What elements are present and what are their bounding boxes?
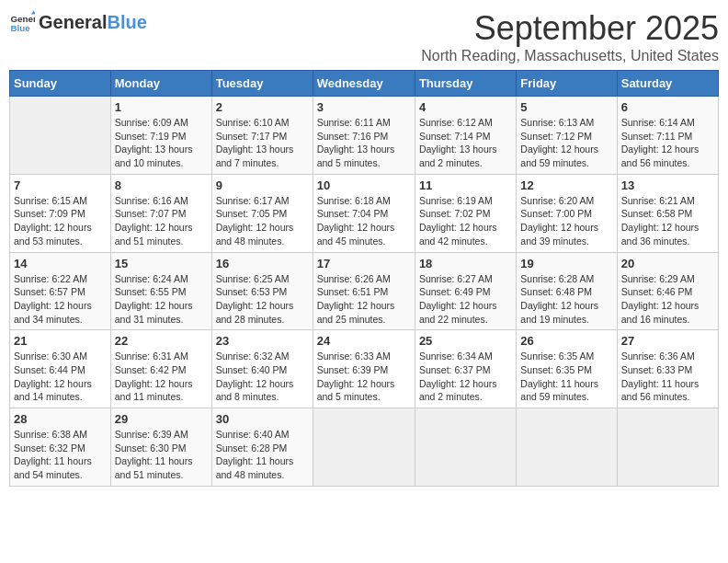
day-number: 16 [216,257,309,270]
day-info: Sunrise: 6:12 AM Sunset: 7:14 PM Dayligh… [419,116,512,170]
day-info: Sunrise: 6:32 AM Sunset: 6:40 PM Dayligh… [216,350,309,404]
day-number: 18 [419,257,512,270]
calendar-cell: 16Sunrise: 6:25 AM Sunset: 6:53 PM Dayli… [211,252,313,330]
calendar-cell: 27Sunrise: 6:36 AM Sunset: 6:33 PM Dayli… [617,330,718,408]
calendar-cell: 21Sunrise: 6:30 AM Sunset: 6:44 PM Dayli… [10,330,111,408]
calendar-cell: 25Sunrise: 6:34 AM Sunset: 6:37 PM Dayli… [415,330,516,408]
calendar-cell: 2Sunrise: 6:10 AM Sunset: 7:17 PM Daylig… [211,97,313,175]
calendar-cell [415,408,516,487]
title-block: September 2025 North Reading, Massachuse… [421,9,719,64]
day-number: 13 [621,178,714,192]
calendar-cell: 22Sunrise: 6:31 AM Sunset: 6:42 PM Dayli… [110,330,211,408]
day-number: 19 [520,257,612,270]
calendar-week-row: 21Sunrise: 6:30 AM Sunset: 6:44 PM Dayli… [10,330,719,408]
day-info: Sunrise: 6:21 AM Sunset: 6:58 PM Dayligh… [621,194,714,248]
day-info: Sunrise: 6:30 AM Sunset: 6:44 PM Dayligh… [14,350,107,404]
svg-marker-2 [31,10,35,14]
day-info: Sunrise: 6:33 AM Sunset: 6:39 PM Dayligh… [317,350,411,404]
weekday-header: Tuesday [211,71,313,97]
day-info: Sunrise: 6:14 AM Sunset: 7:11 PM Dayligh… [621,116,714,170]
calendar-cell: 4Sunrise: 6:12 AM Sunset: 7:14 PM Daylig… [415,97,516,175]
month-title: September 2025 [421,9,719,48]
logo-icon: General Blue [9,9,35,35]
day-info: Sunrise: 6:31 AM Sunset: 6:42 PM Dayligh… [115,350,208,404]
calendar-cell: 24Sunrise: 6:33 AM Sunset: 6:39 PM Dayli… [313,330,415,408]
day-info: Sunrise: 6:25 AM Sunset: 6:53 PM Dayligh… [216,272,309,327]
day-info: Sunrise: 6:17 AM Sunset: 7:05 PM Dayligh… [216,194,309,248]
day-number: 9 [216,178,309,192]
weekday-header: Thursday [415,71,516,97]
calendar-cell: 12Sunrise: 6:20 AM Sunset: 7:00 PM Dayli… [517,174,617,252]
day-number: 22 [115,334,208,348]
day-info: Sunrise: 6:19 AM Sunset: 7:02 PM Dayligh… [419,194,512,248]
calendar-week-row: 14Sunrise: 6:22 AM Sunset: 6:57 PM Dayli… [10,252,719,330]
day-number: 8 [115,178,208,192]
calendar-week-row: 7Sunrise: 6:15 AM Sunset: 7:09 PM Daylig… [10,174,719,252]
day-number: 25 [419,334,512,348]
day-number: 4 [419,100,512,114]
calendar-cell: 15Sunrise: 6:24 AM Sunset: 6:55 PM Dayli… [110,252,211,330]
logo-general: General [39,12,107,33]
weekday-header: Sunday [10,71,111,97]
day-number: 26 [520,334,612,348]
weekday-header: Wednesday [313,71,415,97]
calendar-cell: 28Sunrise: 6:38 AM Sunset: 6:32 PM Dayli… [10,408,111,487]
day-info: Sunrise: 6:15 AM Sunset: 7:09 PM Dayligh… [14,194,107,248]
weekday-header: Monday [110,71,211,97]
calendar-table: SundayMondayTuesdayWednesdayThursdayFrid… [9,70,719,487]
day-number: 6 [621,100,714,114]
calendar-cell: 13Sunrise: 6:21 AM Sunset: 6:58 PM Dayli… [617,174,718,252]
header: General Blue GeneralBlue September 2025 … [9,9,719,64]
calendar-cell: 18Sunrise: 6:27 AM Sunset: 6:49 PM Dayli… [415,252,516,330]
day-number: 7 [14,178,107,192]
day-info: Sunrise: 6:40 AM Sunset: 6:28 PM Dayligh… [216,428,309,482]
calendar-cell: 11Sunrise: 6:19 AM Sunset: 7:02 PM Dayli… [415,174,516,252]
day-number: 15 [115,257,208,270]
calendar-cell: 1Sunrise: 6:09 AM Sunset: 7:19 PM Daylig… [110,97,211,175]
day-number: 5 [520,100,612,114]
day-info: Sunrise: 6:24 AM Sunset: 6:55 PM Dayligh… [115,272,208,327]
calendar-cell: 7Sunrise: 6:15 AM Sunset: 7:09 PM Daylig… [10,174,111,252]
day-info: Sunrise: 6:18 AM Sunset: 7:04 PM Dayligh… [317,194,411,248]
day-number: 11 [419,178,512,192]
calendar-cell: 30Sunrise: 6:40 AM Sunset: 6:28 PM Dayli… [211,408,313,487]
calendar-cell: 10Sunrise: 6:18 AM Sunset: 7:04 PM Dayli… [313,174,415,252]
location-title: North Reading, Massachusetts, United Sta… [421,48,719,64]
day-number: 24 [317,334,411,348]
svg-text:Blue: Blue [10,23,30,33]
calendar-cell: 14Sunrise: 6:22 AM Sunset: 6:57 PM Dayli… [10,252,111,330]
day-number: 30 [216,412,309,426]
day-info: Sunrise: 6:10 AM Sunset: 7:17 PM Dayligh… [216,116,309,170]
calendar-cell: 19Sunrise: 6:28 AM Sunset: 6:48 PM Dayli… [517,252,617,330]
day-info: Sunrise: 6:11 AM Sunset: 7:16 PM Dayligh… [317,116,411,170]
day-number: 3 [317,100,411,114]
day-info: Sunrise: 6:35 AM Sunset: 6:35 PM Dayligh… [520,350,612,404]
calendar-week-row: 1Sunrise: 6:09 AM Sunset: 7:19 PM Daylig… [10,97,719,175]
calendar-cell [313,408,415,487]
day-number: 1 [115,100,208,114]
day-info: Sunrise: 6:29 AM Sunset: 6:46 PM Dayligh… [621,272,714,327]
day-number: 23 [216,334,309,348]
calendar-body: 1Sunrise: 6:09 AM Sunset: 7:19 PM Daylig… [10,97,719,487]
day-info: Sunrise: 6:22 AM Sunset: 6:57 PM Dayligh… [14,272,107,327]
day-info: Sunrise: 6:09 AM Sunset: 7:19 PM Dayligh… [115,116,208,170]
day-number: 14 [14,257,107,270]
day-number: 12 [520,178,612,192]
calendar-week-row: 28Sunrise: 6:38 AM Sunset: 6:32 PM Dayli… [10,408,719,487]
weekday-row: SundayMondayTuesdayWednesdayThursdayFrid… [10,71,719,97]
calendar-cell: 26Sunrise: 6:35 AM Sunset: 6:35 PM Dayli… [517,330,617,408]
calendar-cell [517,408,617,487]
day-info: Sunrise: 6:13 AM Sunset: 7:12 PM Dayligh… [520,116,612,170]
calendar-cell: 6Sunrise: 6:14 AM Sunset: 7:11 PM Daylig… [617,97,718,175]
calendar-cell: 20Sunrise: 6:29 AM Sunset: 6:46 PM Dayli… [617,252,718,330]
calendar-cell: 23Sunrise: 6:32 AM Sunset: 6:40 PM Dayli… [211,330,313,408]
calendar-header: SundayMondayTuesdayWednesdayThursdayFrid… [10,71,719,97]
day-info: Sunrise: 6:27 AM Sunset: 6:49 PM Dayligh… [419,272,512,327]
calendar-cell: 3Sunrise: 6:11 AM Sunset: 7:16 PM Daylig… [313,97,415,175]
calendar-cell [617,408,718,487]
day-number: 2 [216,100,309,114]
calendar-cell: 5Sunrise: 6:13 AM Sunset: 7:12 PM Daylig… [517,97,617,175]
day-number: 17 [317,257,411,270]
weekday-header: Friday [517,71,617,97]
day-info: Sunrise: 6:36 AM Sunset: 6:33 PM Dayligh… [621,350,714,404]
